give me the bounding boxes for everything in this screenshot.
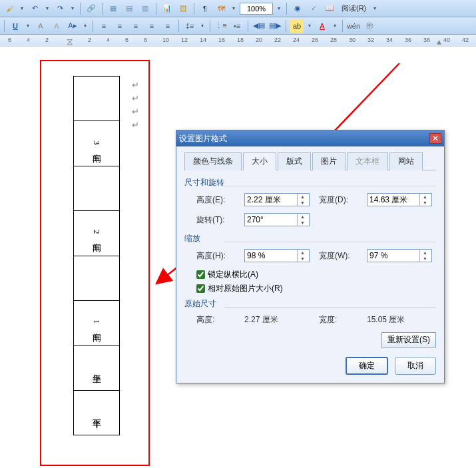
align-left-icon[interactable]: ≡	[97, 19, 111, 33]
tab-web[interactable]: 网站	[389, 152, 423, 170]
orig-height-value: 2.27 厘米	[244, 314, 310, 326]
highlight-icon[interactable]: ab	[290, 19, 304, 33]
height-input[interactable]	[245, 194, 297, 206]
align-distribute-icon[interactable]: ≡	[161, 19, 174, 33]
rotated-image-table[interactable]: 3 车间 2 车间 1 车间 上半年 下半年	[73, 76, 120, 435]
width-spinner[interactable]: ▲▼	[367, 193, 432, 206]
width-input[interactable]	[367, 194, 419, 206]
table-cell: 3 车间	[91, 140, 103, 147]
align-justify-icon[interactable]: ≡	[145, 19, 158, 33]
redo-dropdown[interactable]: ▾	[69, 2, 76, 15]
drawing-icon[interactable]: 🖼	[176, 2, 190, 15]
read-mode-button[interactable]: 阅读(R)	[339, 3, 369, 13]
rotate-input[interactable]	[245, 214, 297, 226]
right-indent-marker[interactable]: ▴	[437, 36, 441, 47]
spin-down-icon[interactable]: ▼	[420, 256, 430, 262]
align-right-icon[interactable]: ≡	[129, 19, 142, 33]
spin-down-icon[interactable]: ▼	[298, 200, 308, 206]
spin-up-icon[interactable]: ▲	[298, 250, 308, 256]
paragraph-mark: ↵	[132, 93, 139, 104]
read-label: 阅读(R)	[342, 3, 366, 13]
link-icon[interactable]: 🔗	[85, 2, 98, 15]
dialog-tabs: 颜色与线条 大小 版式 图片 文本框 网站	[184, 152, 436, 170]
font-color-a-icon[interactable]: A	[34, 19, 47, 33]
indent-marker[interactable]: ⧖	[67, 36, 73, 47]
spin-up-icon[interactable]: ▲	[420, 250, 430, 256]
redo-icon[interactable]: ↷	[53, 2, 67, 15]
underline-icon[interactable]: U	[9, 19, 22, 33]
line-spacing-dropdown[interactable]: ▾	[199, 19, 206, 33]
scale-height-spinner[interactable]: ▲▼	[244, 249, 310, 262]
ok-button[interactable]: 确定	[346, 357, 388, 375]
columns-icon[interactable]: ▥	[138, 2, 152, 15]
scale-width-input[interactable]	[367, 250, 419, 262]
line-spacing-icon[interactable]: ‡≡	[183, 19, 196, 33]
chart-icon[interactable]: 📊	[160, 2, 174, 15]
tab-size[interactable]: 大小	[243, 152, 276, 170]
document-map-icon[interactable]: 🗺	[214, 2, 228, 15]
section-original: 原始尺寸	[184, 298, 436, 310]
height-spinner[interactable]: ▲▼	[244, 193, 310, 206]
font-outline-a-icon[interactable]: A	[50, 19, 63, 33]
spin-up-icon[interactable]: ▲	[298, 214, 308, 220]
dialog-title: 设置图片格式	[179, 133, 227, 144]
spin-up-icon[interactable]: ▲	[420, 194, 430, 200]
show-para-icon[interactable]: ¶	[198, 2, 212, 15]
label-lock-aspect: 锁定纵横比(A)	[208, 269, 258, 280]
book-icon[interactable]: 📖	[323, 2, 336, 15]
relative-original-checkbox[interactable]	[196, 284, 205, 293]
close-icon[interactable]: ✕	[429, 133, 441, 144]
decrease-indent-icon[interactable]: ◀▤	[252, 19, 266, 33]
label-relative-orig: 相对原始图片大小(R)	[208, 283, 283, 294]
format-painter-icon[interactable]: 🖌	[3, 2, 16, 15]
dialog-titlebar[interactable]: 设置图片格式 ✕	[176, 130, 444, 146]
font-color-icon[interactable]: A	[316, 19, 329, 33]
enclose-char-icon[interactable]: ㊥	[363, 19, 376, 33]
paragraph-mark: ↵	[132, 120, 139, 130]
label-width-d: 宽度(D):	[319, 194, 357, 206]
bullets-icon[interactable]: •≡	[230, 19, 244, 33]
undo-icon[interactable]: ↶	[28, 2, 41, 15]
undo-dropdown[interactable]: ▾	[44, 2, 51, 15]
insert-table-icon[interactable]: ▤	[122, 2, 136, 15]
paragraph-mark: ↵	[132, 80, 139, 91]
table-cell: 2 车间	[91, 230, 103, 236]
main-toolbar: 🖌 ▾ ↶ ▾ ↷ ▾ 🔗 ▦ ▤ ▥ 📊 🖼 ¶ 🗺 ▾ 100% ▾ ◉ ✓…	[0, 0, 476, 17]
format-toolbar: U ▾ A A A▸ ▾ ≡ ≡ ≡ ≡ ≡ ‡≡ ▾ ⋮≡ •≡ ◀▤ ▤▶ …	[0, 17, 476, 35]
document-map-dropdown[interactable]: ▾	[230, 2, 237, 15]
zoom-dropdown[interactable]: ▾	[276, 2, 282, 15]
spin-up-icon[interactable]: ▲	[298, 194, 308, 200]
zoom-input[interactable]: 100%	[240, 3, 273, 15]
format-painter-dropdown[interactable]: ▾	[19, 2, 25, 15]
section-scale: 缩放	[184, 233, 436, 244]
spin-down-icon[interactable]: ▼	[298, 256, 308, 262]
tab-colors-lines[interactable]: 颜色与线条	[184, 152, 242, 170]
scale-width-spinner[interactable]: ▲▼	[367, 249, 432, 262]
scale-height-input[interactable]	[245, 250, 297, 262]
help-icon[interactable]: ◉	[291, 2, 304, 15]
clear-format-dropdown[interactable]: ▾	[82, 19, 89, 33]
font-color-dropdown[interactable]: ▾	[332, 19, 338, 33]
increase-indent-icon[interactable]: ▤▶	[268, 19, 282, 33]
read-dropdown[interactable]: ▾	[371, 2, 378, 15]
lock-aspect-checkbox[interactable]	[196, 270, 205, 279]
cancel-button[interactable]: 取消	[395, 357, 436, 375]
rotate-spinner[interactable]: ▲▼	[244, 213, 310, 226]
underline-dropdown[interactable]: ▾	[25, 19, 31, 33]
table-icon[interactable]: ▦	[107, 2, 120, 15]
numbering-icon[interactable]: ⋮≡	[214, 19, 228, 33]
label-height-h: 高度(H):	[196, 250, 235, 262]
reset-button[interactable]: 重新设置(S)	[381, 332, 436, 348]
tab-textbox: 文本框	[347, 152, 388, 170]
spin-down-icon[interactable]: ▼	[420, 200, 430, 206]
check-icon[interactable]: ✓	[307, 2, 320, 15]
align-center-icon[interactable]: ≡	[113, 19, 126, 33]
horizontal-ruler[interactable]: 6 4 2 ⧖ 2 4 6 8 10 12 14 16 18 20 22 24 …	[0, 35, 476, 47]
highlight-dropdown[interactable]: ▾	[306, 19, 313, 33]
clear-format-icon[interactable]: A▸	[66, 19, 79, 33]
tab-picture[interactable]: 图片	[312, 152, 346, 170]
paragraph-mark: ↵	[132, 107, 139, 117]
phonetic-guide-icon[interactable]: wén	[347, 19, 360, 33]
spin-down-icon[interactable]: ▼	[298, 220, 308, 226]
tab-layout[interactable]: 版式	[278, 152, 311, 170]
